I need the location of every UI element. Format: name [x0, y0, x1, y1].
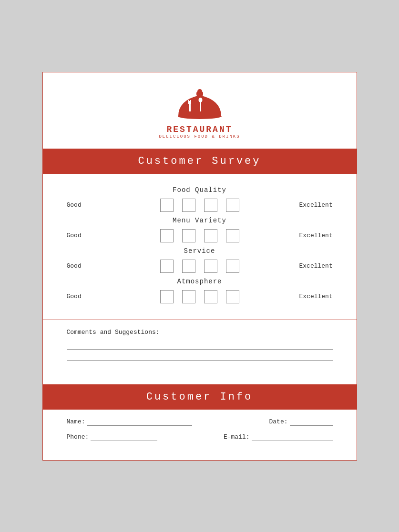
atmosphere-checkboxes [160, 290, 239, 303]
atmosphere-box-3[interactable] [204, 290, 217, 303]
comment-line-1 [67, 349, 333, 350]
menu-variety-high: Excellent [299, 232, 333, 239]
menu-variety-low: Good [67, 232, 100, 239]
atmosphere-high: Excellent [299, 293, 333, 300]
email-field: E-mail: [224, 433, 333, 441]
email-line[interactable] [252, 433, 333, 441]
name-field: Name: [67, 418, 192, 426]
date-label: Date: [269, 418, 287, 425]
name-line[interactable] [87, 418, 192, 426]
info-section: Name: Date: Phone: E-mail: [43, 410, 357, 460]
restaurant-name: RESTAURANT [166, 125, 232, 134]
atmosphere-label: Atmosphere [67, 278, 333, 285]
restaurant-tagline: DELICIOUS FOOD & DRINKS [159, 134, 240, 139]
name-date-row: Name: Date: [67, 418, 333, 426]
svg-rect-4 [188, 100, 189, 104]
food-quality-label: Food Quality [67, 186, 333, 194]
food-quality-high: Excellent [299, 201, 333, 209]
phone-field: Phone: [67, 433, 158, 441]
phone-label: Phone: [67, 433, 89, 441]
svg-point-7 [198, 98, 202, 102]
svg-point-2 [197, 89, 202, 94]
comment-line-2 [67, 360, 333, 361]
atmosphere-box-4[interactable] [226, 290, 239, 303]
food-quality-checkboxes [160, 199, 239, 212]
service-box-1[interactable] [160, 260, 174, 273]
menu-variety-label: Menu Variety [67, 217, 333, 224]
survey-form: RESTAURANT DELICIOUS FOOD & DRINKS Custo… [42, 72, 357, 461]
service-box-3[interactable] [204, 260, 217, 273]
menu-variety-row: Good Excellent [67, 229, 333, 242]
food-quality-box-2[interactable] [182, 199, 195, 212]
menu-variety-box-3[interactable] [204, 229, 217, 242]
atmosphere-row: Good Excellent [67, 290, 333, 303]
name-label: Name: [67, 418, 85, 425]
svg-rect-5 [190, 100, 191, 104]
date-field: Date: [269, 418, 332, 426]
service-checkboxes [160, 260, 239, 273]
atmosphere-box-1[interactable] [160, 290, 174, 303]
restaurant-logo [174, 87, 226, 125]
food-quality-box-4[interactable] [226, 199, 239, 212]
email-label: E-mail: [224, 433, 250, 441]
atmosphere-low: Good [67, 293, 100, 300]
survey-banner: Customer Survey [43, 149, 357, 174]
menu-variety-checkboxes [160, 229, 239, 242]
comments-section: Comments and Suggestions: [43, 320, 357, 384]
food-quality-low: Good [67, 201, 100, 209]
food-quality-row: Good Excellent [67, 199, 333, 212]
date-line[interactable] [290, 418, 333, 426]
info-banner: Customer Info [43, 384, 357, 410]
survey-section: Food Quality Good Excellent Menu Variety… [43, 174, 357, 320]
service-row: Good Excellent [67, 260, 333, 273]
phone-line[interactable] [91, 433, 157, 441]
service-high: Excellent [299, 262, 333, 270]
service-box-2[interactable] [182, 260, 195, 273]
atmosphere-box-2[interactable] [182, 290, 195, 303]
menu-variety-box-2[interactable] [182, 229, 195, 242]
menu-variety-box-1[interactable] [160, 229, 174, 242]
service-label: Service [67, 247, 333, 255]
logo-section: RESTAURANT DELICIOUS FOOD & DRINKS [43, 72, 357, 149]
food-quality-box-3[interactable] [204, 199, 217, 212]
phone-email-row: Phone: E-mail: [67, 433, 333, 441]
svg-rect-6 [200, 101, 201, 111]
comments-label: Comments and Suggestions: [67, 329, 333, 336]
service-low: Good [67, 262, 100, 270]
food-quality-box-1[interactable] [160, 199, 174, 212]
menu-variety-box-4[interactable] [226, 229, 239, 242]
service-box-4[interactable] [226, 260, 239, 273]
